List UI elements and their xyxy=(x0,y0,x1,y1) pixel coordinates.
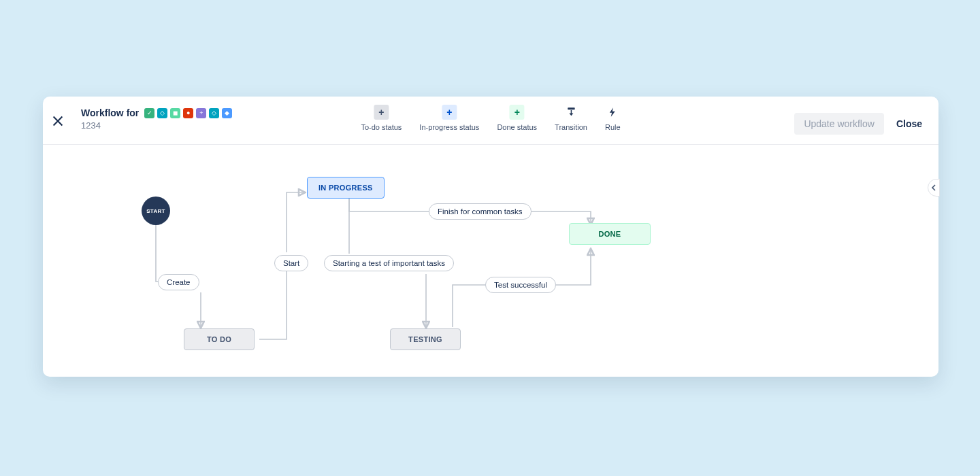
transition-start-test[interactable]: Starting a test of important tasks xyxy=(324,255,454,271)
project-badge-6: ◇ xyxy=(209,108,219,118)
add-inprogress-status-button[interactable]: + In-progress status xyxy=(419,105,479,131)
transition-icon xyxy=(564,105,578,120)
workflow-canvas[interactable]: START IN PROGRESS TO DO TESTING DONE Cre… xyxy=(43,145,938,371)
start-node[interactable]: START xyxy=(142,197,170,225)
status-testing[interactable]: TESTING xyxy=(390,328,461,350)
plus-icon: + xyxy=(442,105,457,120)
title-block: Workflow for ✓ ◇ ◼ ● + ◇ ◆ 1234 xyxy=(81,107,232,131)
svg-rect-2 xyxy=(568,107,575,109)
add-todo-status-button[interactable]: + To-do status xyxy=(361,105,402,131)
close-icon[interactable] xyxy=(50,113,66,129)
workflow-title: Workflow for xyxy=(81,107,139,118)
project-badge-5: + xyxy=(196,108,206,118)
workflow-editor-modal: Workflow for ✓ ◇ ◼ ● + ◇ ◆ 1234 + To-do … xyxy=(43,97,938,377)
project-badge-1: ✓ xyxy=(144,108,154,118)
project-badge-3: ◼ xyxy=(170,108,180,118)
modal-header: Workflow for ✓ ◇ ◼ ● + ◇ ◆ 1234 + To-do … xyxy=(43,97,938,145)
transition-test-successful[interactable]: Test successful xyxy=(485,277,556,293)
transition-start[interactable]: Start xyxy=(274,255,308,271)
update-workflow-button[interactable]: Update workflow xyxy=(794,113,884,135)
project-badge-7: ◆ xyxy=(222,108,232,118)
plus-icon: + xyxy=(510,105,525,120)
project-badge-4: ● xyxy=(183,108,193,118)
status-done[interactable]: DONE xyxy=(569,223,651,245)
add-rule-button[interactable]: Rule xyxy=(605,105,621,131)
close-button[interactable]: Close xyxy=(896,118,922,129)
add-transition-button[interactable]: Transition xyxy=(555,105,587,131)
transition-finish-common[interactable]: Finish for common tasks xyxy=(429,203,532,220)
status-to-do[interactable]: TO DO xyxy=(184,328,255,350)
expand-panel-handle[interactable] xyxy=(928,179,940,197)
toolbar: + To-do status + In-progress status + Do… xyxy=(361,105,620,131)
header-actions: Update workflow Close xyxy=(794,113,922,135)
project-badge-2: ◇ xyxy=(157,108,167,118)
bolt-icon xyxy=(605,105,620,120)
plus-icon: + xyxy=(374,105,389,120)
workflow-subtitle: 1234 xyxy=(81,120,232,131)
transition-create[interactable]: Create xyxy=(158,274,199,290)
add-done-status-button[interactable]: + Done status xyxy=(497,105,537,131)
connectors xyxy=(43,145,938,371)
status-in-progress[interactable]: IN PROGRESS xyxy=(307,177,385,199)
